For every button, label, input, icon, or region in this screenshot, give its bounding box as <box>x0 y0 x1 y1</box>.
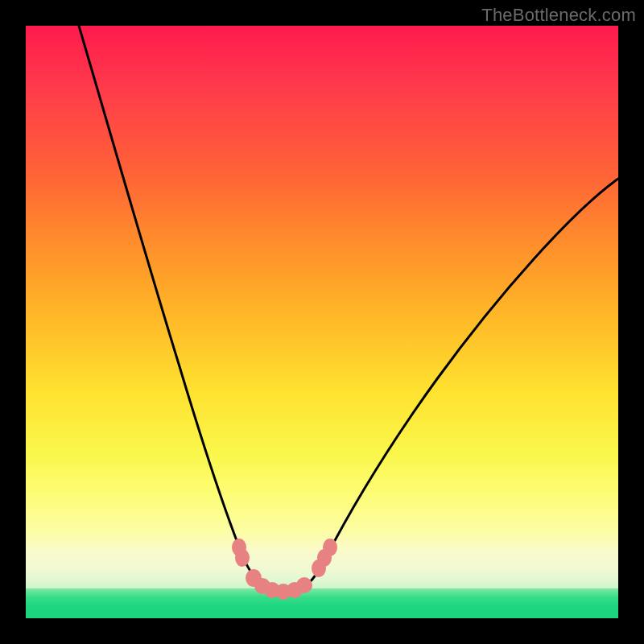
bottleneck-curve <box>79 26 618 591</box>
bead-cluster <box>232 539 337 600</box>
bead <box>296 577 312 593</box>
curve-layer <box>26 26 618 618</box>
plot-area <box>26 26 618 618</box>
watermark-text: TheBottleneck.com <box>481 5 636 26</box>
bead <box>235 549 250 567</box>
bead <box>323 539 337 556</box>
chart-frame: TheBottleneck.com <box>0 0 644 644</box>
